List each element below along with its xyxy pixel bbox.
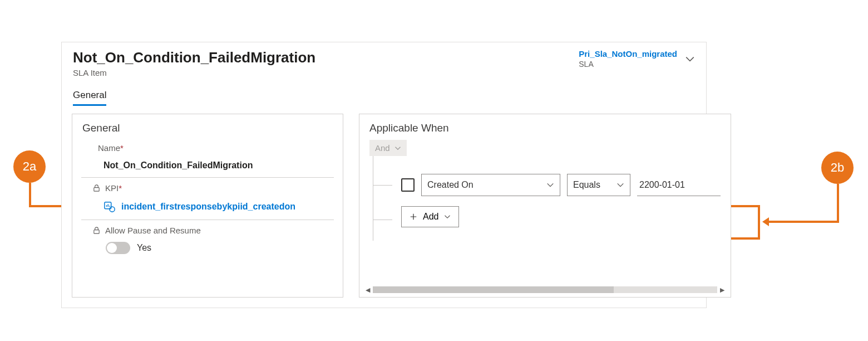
allow-pause-toggle[interactable] — [106, 242, 130, 254]
add-label: Add — [423, 212, 438, 222]
svg-rect-0 — [94, 188, 99, 192]
condition-row: Created On Equals — [373, 166, 721, 204]
callout-2b-line-h — [768, 221, 839, 223]
group-operator-select[interactable]: And — [369, 140, 407, 156]
svg-rect-3 — [94, 230, 99, 234]
lock-icon — [92, 184, 101, 192]
chevron-down-icon — [394, 145, 401, 152]
applicable-when-title: Applicable When — [359, 114, 731, 140]
scroll-right-icon[interactable]: ▶ — [718, 286, 726, 294]
form-container: Not_On_Condition_FailedMigration SLA Ite… — [61, 42, 707, 308]
name-label: Name* — [82, 140, 333, 155]
chevron-down-icon — [617, 181, 624, 189]
condition-operator-select[interactable]: Equals — [567, 174, 630, 196]
allow-pause-value: Yes — [137, 243, 151, 253]
page-title: Not_On_Condition_FailedMigration — [73, 49, 315, 66]
tab-general[interactable]: General — [73, 90, 106, 106]
condition-tree: Created On Equals — [373, 156, 721, 241]
callout-2a: 2a — [13, 150, 46, 183]
condition-field-value: Created On — [427, 180, 474, 190]
related-record-label: SLA — [579, 60, 677, 69]
callout-2b-arrow — [762, 217, 769, 226]
callout-2a-line-v — [29, 183, 31, 207]
add-row: Add — [373, 204, 721, 235]
lock-icon — [92, 226, 101, 235]
name-input[interactable]: Not_On_Condition_FailedMigration — [82, 155, 333, 177]
condition-operator-value: Equals — [573, 180, 600, 190]
allow-pause-label: Allow Pause and Resume — [105, 226, 201, 235]
chevron-down-icon — [546, 181, 554, 189]
applicable-when-panel: Applicable When And Created On — [359, 114, 731, 298]
chevron-down-icon — [444, 213, 451, 220]
svg-point-2 — [110, 207, 115, 212]
entity-label: SLA Item — [73, 68, 315, 77]
kpi-label: KPI* — [105, 183, 122, 193]
related-record-selector[interactable]: Pri_Sla_NotOn_migrated SLA — [579, 49, 695, 69]
kpi-icon — [103, 201, 116, 213]
callout-2b: 2b — [821, 152, 854, 184]
kpi-lookup[interactable]: incident_firstresponsebykpiid_createdon — [82, 195, 333, 220]
panels-row: General Name* Not_On_Condition_FailedMig… — [62, 106, 706, 308]
add-condition-button[interactable]: Add — [401, 206, 459, 227]
condition-value-input[interactable] — [637, 174, 721, 196]
group-operator-label: And — [375, 143, 390, 153]
condition-field-select[interactable]: Created On — [421, 174, 560, 196]
plus-icon — [410, 213, 417, 221]
horizontal-scrollbar[interactable]: ◀ ▶ — [364, 286, 726, 294]
tab-bar: General — [62, 77, 706, 106]
kpi-value: incident_firstresponsebykpiid_createdon — [121, 202, 295, 212]
scroll-left-icon[interactable]: ◀ — [364, 286, 372, 294]
callout-2b-line-v — [837, 184, 839, 223]
general-panel: General Name* Not_On_Condition_FailedMig… — [72, 114, 343, 298]
chevron-down-icon — [685, 54, 695, 64]
form-header: Not_On_Condition_FailedMigration SLA Ite… — [62, 42, 706, 77]
general-panel-title: General — [72, 114, 343, 140]
condition-checkbox[interactable] — [401, 178, 415, 192]
related-record-value: Pri_Sla_NotOn_migrated — [579, 49, 677, 59]
